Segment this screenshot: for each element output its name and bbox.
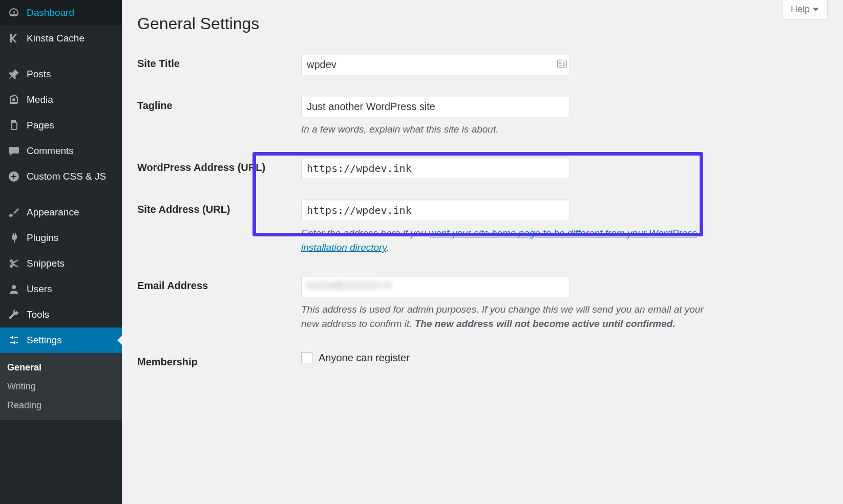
chevron-down-icon xyxy=(813,8,819,11)
wp-url-label: WordPress Address (URL) xyxy=(137,147,301,189)
sidebar-item-media[interactable]: Media xyxy=(0,87,122,113)
submenu-item-reading[interactable]: Reading xyxy=(0,396,122,415)
site-url-description: Enter the address here if you want your … xyxy=(301,226,711,255)
site-address-input[interactable] xyxy=(301,200,570,221)
tagline-label: Tagline xyxy=(137,85,301,147)
sidebar-link[interactable]: Kinsta Cache xyxy=(0,26,122,51)
tagline-description: In a few words, explain what this site i… xyxy=(301,122,711,137)
anyone-can-register-checkbox[interactable] xyxy=(301,352,312,363)
admin-sidebar: DashboardKinsta CachePostsMediaPagesComm… xyxy=(0,0,122,504)
tagline-input[interactable] xyxy=(301,96,570,117)
pin-icon xyxy=(7,68,20,81)
sidebar-link[interactable]: Snippets xyxy=(0,251,122,276)
sidebar-item-posts[interactable]: Posts xyxy=(0,61,122,87)
sidebar-item-label: Plugins xyxy=(27,232,58,244)
submenu-link[interactable]: Writing xyxy=(0,377,122,396)
sidebar-link[interactable]: Comments xyxy=(0,138,122,164)
pages-icon xyxy=(7,119,20,132)
sidebar-item-custom-css-js[interactable]: Custom CSS & JS xyxy=(0,164,122,189)
scissors-icon xyxy=(7,257,20,270)
plug-icon xyxy=(7,231,20,245)
sidebar-separator xyxy=(0,51,122,61)
redacted-email: xxxxxx@xxxxxxxx.xx xyxy=(306,280,392,291)
submenu-link[interactable]: General xyxy=(0,358,122,377)
user-icon xyxy=(7,282,20,296)
sidebar-item-appearance[interactable]: Appearance xyxy=(0,200,122,225)
sidebar-item-dashboard[interactable]: Dashboard xyxy=(0,0,122,26)
sidebar-item-label: Settings xyxy=(27,335,62,346)
sidebar-link[interactable]: Pages xyxy=(0,113,122,138)
sidebar-item-label: Tools xyxy=(27,309,49,320)
comments-icon xyxy=(7,144,20,158)
sidebar-item-kinsta-cache[interactable]: Kinsta Cache xyxy=(0,26,122,51)
sidebar-link[interactable]: Custom CSS & JS xyxy=(0,164,122,189)
sidebar-item-snippets[interactable]: Snippets xyxy=(0,251,122,276)
page-title: General Settings xyxy=(137,0,828,43)
email-label: Email Address xyxy=(137,266,301,342)
sidebar-item-label: Media xyxy=(27,94,53,105)
sidebar-item-label: Posts xyxy=(27,69,51,80)
sidebar-item-comments[interactable]: Comments xyxy=(0,138,122,164)
sidebar-link[interactable]: Dashboard xyxy=(0,0,122,26)
sidebar-item-settings[interactable]: Settings xyxy=(0,327,122,353)
sidebar-item-users[interactable]: Users xyxy=(0,276,122,302)
brush-icon xyxy=(7,206,20,219)
sidebar-link[interactable]: Media xyxy=(0,87,122,113)
membership-checkbox-label[interactable]: Anyone can register xyxy=(301,352,823,364)
submenu-item-writing[interactable]: Writing xyxy=(0,377,122,396)
membership-label: Membership xyxy=(137,342,301,382)
sidebar-link[interactable]: Settings xyxy=(0,327,122,353)
sidebar-item-pages[interactable]: Pages xyxy=(0,113,122,138)
plus-icon xyxy=(7,170,20,183)
svg-point-9 xyxy=(563,62,564,63)
main-content: Help General Settings Site Title xyxy=(122,0,843,504)
sidebar-item-plugins[interactable]: Plugins xyxy=(0,225,122,251)
help-tab-label: Help xyxy=(791,4,810,15)
sidebar-item-label: Comments xyxy=(27,145,74,157)
media-icon xyxy=(7,93,20,106)
sidebar-item-label: Users xyxy=(27,283,52,295)
svg-point-0 xyxy=(12,98,15,101)
autofill-icon xyxy=(557,60,567,70)
sidebar-item-label: Appearance xyxy=(27,207,79,218)
submenu-item-general[interactable]: General xyxy=(0,358,122,377)
membership-checkbox-text: Anyone can register xyxy=(319,352,410,364)
svg-rect-8 xyxy=(559,65,562,66)
wrench-icon xyxy=(7,308,20,321)
email-description: This address is used for admin purposes.… xyxy=(301,302,711,332)
sidebar-link[interactable]: Tools xyxy=(0,302,122,327)
sidebar-item-label: Kinsta Cache xyxy=(27,33,85,44)
settings-form-table: Site Title Tagline In a fe xyxy=(137,43,828,382)
kinsta-icon xyxy=(7,32,20,45)
sidebar-item-label: Snippets xyxy=(27,258,65,269)
wordpress-address-input[interactable] xyxy=(301,158,570,179)
sidebar-item-label: Custom CSS & JS xyxy=(27,171,106,182)
site-title-input[interactable] xyxy=(301,54,570,75)
submenu-link[interactable]: Reading xyxy=(0,396,122,415)
svg-rect-7 xyxy=(559,63,562,64)
site-url-label: Site Address (URL) xyxy=(137,189,301,266)
sidebar-item-label: Dashboard xyxy=(27,7,74,18)
svg-point-4 xyxy=(12,285,16,289)
dashboard-icon xyxy=(7,6,20,19)
sidebar-item-tools[interactable]: Tools xyxy=(0,302,122,327)
sidebar-link[interactable]: Users xyxy=(0,276,122,302)
sidebar-separator xyxy=(0,189,122,200)
sidebar-link[interactable]: Posts xyxy=(0,61,122,87)
sidebar-link[interactable]: Appearance xyxy=(0,200,122,225)
sidebar-link[interactable]: Plugins xyxy=(0,225,122,251)
help-tab[interactable]: Help xyxy=(782,0,828,20)
sliders-icon xyxy=(7,334,20,347)
svg-rect-6 xyxy=(559,62,562,63)
site-title-label: Site Title xyxy=(137,43,301,85)
sidebar-item-label: Pages xyxy=(27,120,54,131)
